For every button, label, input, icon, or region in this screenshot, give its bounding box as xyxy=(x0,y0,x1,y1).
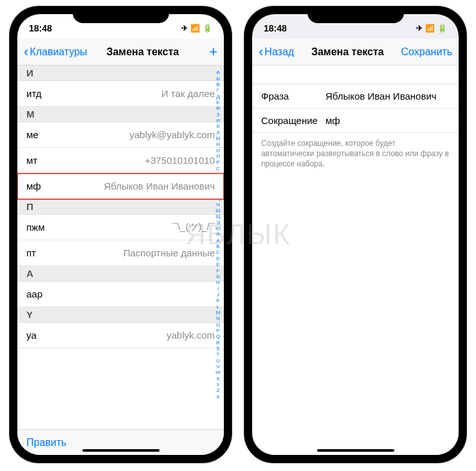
item-key: aap xyxy=(26,289,42,299)
phone-left: 18:48 ✈ 📶 🔋 ‹ Клавиатуры Замена текста +… xyxy=(10,6,232,463)
index-letter[interactable]: U xyxy=(216,358,220,364)
index-letter[interactable]: С xyxy=(216,166,220,172)
index-letter[interactable]: D xyxy=(216,256,220,262)
index-letter[interactable]: Q xyxy=(216,333,220,339)
airplane-icon: ✈ xyxy=(181,24,188,33)
shortcut-label: Сокращение xyxy=(261,115,325,126)
phrase-row[interactable]: Фраза Яблыков Иван Иванович xyxy=(252,84,459,109)
shortcut-value[interactable]: мф xyxy=(325,115,450,126)
index-letter[interactable]: T xyxy=(217,351,220,357)
add-button[interactable]: + xyxy=(198,44,217,60)
wifi-icon: 📶 xyxy=(190,24,200,33)
index-letter[interactable]: Е xyxy=(216,100,219,105)
section-header: М xyxy=(17,107,224,122)
index-letter[interactable]: V xyxy=(216,364,219,369)
section-header: П xyxy=(17,199,224,215)
index-letter[interactable]: H xyxy=(216,280,220,285)
index-letter[interactable]: Z xyxy=(217,387,220,393)
list-item[interactable]: yayablyk.com xyxy=(17,323,224,348)
item-value: yablyk@yablyk.com xyxy=(129,129,215,140)
battery-icon: 🔋 xyxy=(437,24,447,33)
back-button[interactable]: ‹ Назад xyxy=(259,45,294,59)
list-item[interactable]: меyablyk@yablyk.com xyxy=(17,122,224,148)
home-indicator[interactable] xyxy=(317,449,394,452)
list-item[interactable]: птПаспортные данные xyxy=(17,240,224,266)
status-bar: 18:48 ✈ 📶 🔋 xyxy=(252,14,459,39)
index-letter[interactable]: S xyxy=(216,346,219,351)
index-letter[interactable]: Р xyxy=(216,159,219,165)
list-item[interactable]: итдИ так далее xyxy=(17,81,224,107)
nav-bar-left: ‹ Клавиатуры Замена текста + xyxy=(17,39,224,66)
list-item[interactable]: пжм¯\_(ツ)_/¯ xyxy=(17,215,224,240)
index-letter[interactable]: В xyxy=(216,82,219,87)
home-indicator[interactable] xyxy=(82,449,160,452)
item-value: ¯\_(ツ)_/¯ xyxy=(172,221,215,233)
index-bar[interactable]: АБВГДЕЖЗИКЛМНОПРСТУФХЦЧШЩЭЮЯABCDEFGHIJKL… xyxy=(214,66,223,404)
index-letter[interactable]: F xyxy=(217,268,220,274)
index-letter[interactable]: К xyxy=(217,123,220,129)
index-letter[interactable]: Б xyxy=(216,76,219,82)
list-item[interactable]: мфЯблыков Иван Иванович xyxy=(17,173,224,199)
section-header: A xyxy=(17,266,224,281)
status-bar: 18:48 ✈ 📶 🔋 xyxy=(17,14,224,39)
wifi-icon: 📶 xyxy=(425,24,435,33)
index-letter[interactable]: П xyxy=(216,154,220,159)
back-button[interactable]: ‹ Клавиатуры xyxy=(24,45,87,59)
nav-bar-right: ‹ Назад Замена текста Сохранить xyxy=(252,39,459,66)
index-letter[interactable]: Э xyxy=(216,220,220,226)
index-letter[interactable]: Ч xyxy=(216,202,219,208)
index-letter[interactable]: K xyxy=(216,298,219,303)
index-letter[interactable]: C xyxy=(216,249,220,255)
index-letter[interactable]: Н xyxy=(216,141,220,147)
list-item[interactable]: aap xyxy=(17,281,224,307)
index-letter[interactable]: Я xyxy=(216,231,220,237)
index-letter[interactable]: G xyxy=(216,274,220,280)
index-letter[interactable]: Л xyxy=(216,130,219,136)
item-key: мф xyxy=(26,181,41,191)
item-value: +375010101010 xyxy=(145,155,215,166)
index-letter[interactable]: И xyxy=(216,118,220,123)
shortcut-row[interactable]: Сокращение мф xyxy=(252,109,459,132)
index-letter[interactable]: Y xyxy=(216,382,219,387)
index-letter[interactable]: # xyxy=(217,394,219,400)
index-letter[interactable]: E xyxy=(216,262,219,267)
index-letter[interactable]: N xyxy=(216,315,220,321)
item-key: ме xyxy=(26,129,39,140)
item-value: Яблыков Иван Иванович xyxy=(104,181,215,191)
status-icons: ✈ 📶 🔋 xyxy=(408,24,447,33)
item-key: ya xyxy=(26,330,37,341)
index-letter[interactable]: Г xyxy=(217,87,219,93)
index-letter[interactable]: M xyxy=(216,310,221,315)
index-letter[interactable]: R xyxy=(216,340,220,346)
index-letter[interactable]: Ж xyxy=(215,105,220,111)
index-letter[interactable]: J xyxy=(217,292,219,298)
index-letter[interactable]: I xyxy=(217,286,219,292)
back-label: Назад xyxy=(264,46,294,58)
index-letter[interactable]: М xyxy=(216,136,221,141)
phrase-value[interactable]: Яблыков Иван Иванович xyxy=(325,91,450,102)
list-item[interactable]: мт+375010101010 xyxy=(17,148,224,173)
status-time: 18:48 xyxy=(264,23,302,33)
index-letter[interactable]: Ш xyxy=(215,208,220,213)
edit-button[interactable]: Править xyxy=(26,437,66,449)
index-letter[interactable]: L xyxy=(217,304,219,310)
index-letter[interactable]: B xyxy=(216,244,219,249)
index-letter[interactable]: Ю xyxy=(215,226,221,231)
index-letter[interactable]: P xyxy=(216,328,219,333)
chevron-left-icon: ‹ xyxy=(24,45,28,59)
index-letter[interactable]: A xyxy=(216,238,219,244)
page-title: Замена текста xyxy=(106,46,179,58)
index-letter[interactable]: O xyxy=(216,322,220,328)
index-letter[interactable]: З xyxy=(217,112,220,118)
index-letter[interactable]: А xyxy=(216,69,219,75)
screen-left: 18:48 ✈ 📶 🔋 ‹ Клавиатуры Замена текста +… xyxy=(17,14,224,455)
list-content[interactable]: ИитдИ так далееМмеyablyk@yablyk.comмт+37… xyxy=(17,66,224,429)
index-letter[interactable]: Д xyxy=(216,94,219,100)
index-letter[interactable]: О xyxy=(216,148,220,154)
index-letter[interactable]: X xyxy=(216,376,219,382)
status-time: 18:48 xyxy=(29,23,68,33)
index-letter[interactable]: W xyxy=(215,369,221,375)
index-letter[interactable]: Щ xyxy=(215,213,221,219)
save-button[interactable]: Сохранить xyxy=(401,46,452,58)
chevron-left-icon: ‹ xyxy=(259,45,263,59)
